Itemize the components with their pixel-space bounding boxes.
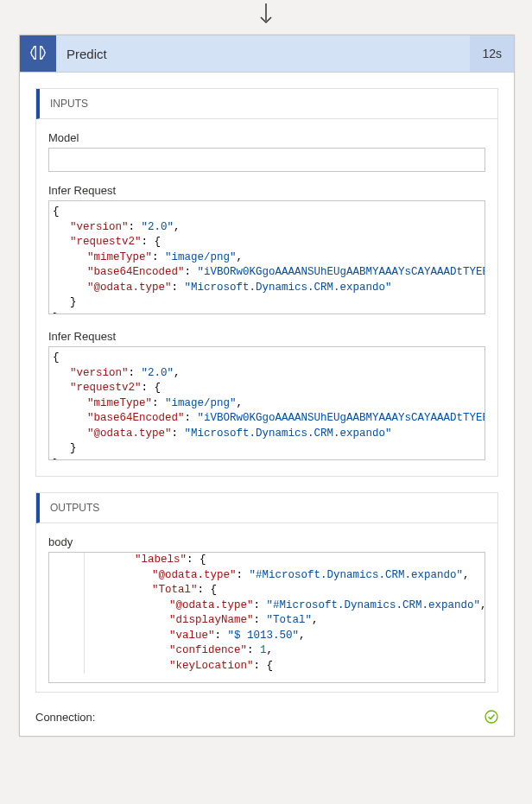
brain-icon — [20, 35, 56, 72]
code-gutter — [49, 553, 85, 674]
model-input[interactable] — [48, 148, 485, 172]
card-duration: 12s — [470, 35, 514, 72]
outputs-panel-header: OUTPUTS — [36, 493, 497, 523]
card-title: Predict — [56, 47, 470, 61]
action-card-predict: Predict 12s INPUTS Model Infer Request {… — [19, 35, 515, 737]
inputs-panel: INPUTS Model Infer Request { "version": … — [35, 88, 498, 477]
outputs-panel: OUTPUTS body "labels": { "@odata.type": … — [35, 492, 498, 693]
success-check-icon — [484, 710, 498, 724]
infer-request-2-code[interactable]: { "version": "2.0", "requestv2": { "mime… — [48, 346, 485, 460]
inputs-panel-header: INPUTS — [36, 89, 497, 119]
card-header[interactable]: Predict 12s — [20, 35, 514, 73]
card-footer: Connection: — [20, 701, 514, 736]
output-body-code[interactable]: "labels": { "@odata.type": "#Microsoft.D… — [48, 552, 485, 683]
model-label: Model — [48, 131, 485, 144]
infer-request-1-label: Infer Request — [48, 184, 485, 197]
infer-request-2-label: Infer Request — [48, 330, 485, 343]
flow-arrow-down-icon — [256, 3, 276, 31]
infer-request-1-code[interactable]: { "version": "2.0", "requestv2": { "mime… — [48, 200, 485, 314]
connection-label: Connection: — [35, 711, 95, 724]
body-label: body — [48, 535, 485, 548]
svg-point-1 — [485, 711, 497, 723]
